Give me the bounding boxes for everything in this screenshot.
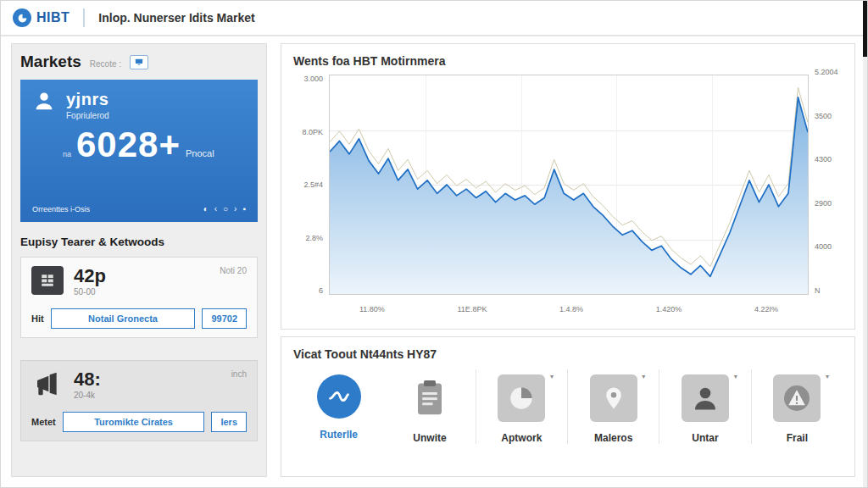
chart-title: Wents foa HBT Motirnmera	[293, 54, 843, 68]
action-label: Ruterlle	[320, 429, 358, 441]
person-icon	[682, 374, 729, 422]
y-tick: 5.2004	[815, 68, 843, 76]
location-pin-icon	[590, 374, 637, 422]
y-tick: 8.0PK	[302, 128, 323, 136]
menu-icon[interactable]: ▪	[242, 204, 246, 214]
action-label: Maleros	[594, 432, 632, 444]
x-tick: 1.420%	[656, 305, 682, 313]
y-tick: 3500	[815, 112, 843, 120]
monitor-icon[interactable]	[130, 55, 148, 69]
chevron-down-icon[interactable]: ▾	[642, 373, 645, 380]
stat-value: 6028+	[76, 127, 181, 163]
card-value: 42p	[74, 266, 106, 286]
stat-value-prefix: na	[63, 150, 71, 158]
equity-card: 42p 50-00 Noti 20 Hit Notail Gronecta 99…	[20, 257, 258, 338]
card-label: Metet	[31, 417, 56, 427]
markets-header-row: Markets Recote :	[20, 53, 258, 71]
chart-panel: Wents foa HBT Motirnmera 3.000 8.0PK 2.5…	[281, 43, 855, 330]
y-tick: 3.000	[303, 75, 323, 83]
chevron-down-icon[interactable]: ▾	[550, 373, 554, 380]
actions-row: Ruterlle Unwite ▾ Aptwork ▾ Maleros ▾	[293, 369, 843, 444]
stat-card-subtitle: Fopriulerod	[66, 111, 109, 120]
stat-value-suffix: Pnocal	[186, 148, 214, 158]
refresh-icon[interactable]: ◐	[203, 204, 209, 214]
carousel-controls: ◐ ‹ ○ › ▪	[203, 204, 246, 214]
markets-subtitle: Recote :	[90, 59, 121, 69]
actions-title: Vicat Toout Nt44nts HY87	[293, 347, 843, 361]
action-label: Aptwork	[501, 432, 542, 444]
card-value: 48:	[74, 369, 101, 389]
action-label: Unwite	[413, 432, 446, 444]
area-chart: 3.000 8.0PK 2.5#4 2.8% 6	[293, 75, 843, 313]
y-tick: 2.5#4	[303, 180, 323, 189]
plot-area	[329, 75, 809, 295]
action-item-untar[interactable]: ▾ Untar	[659, 369, 750, 444]
y-tick: 2900	[815, 199, 843, 208]
scrollbar-track[interactable]	[863, 1, 867, 487]
stat-card-footer-text: Orreenttes i-Osis	[32, 205, 90, 214]
next-icon[interactable]: ›	[234, 204, 236, 214]
action-label: Untar	[692, 432, 718, 444]
header-divider-line	[83, 8, 85, 27]
logo-text: HIBT	[36, 10, 70, 25]
header: HIBT Inlop. Nunerser Idits Market	[1, 1, 867, 36]
calculator-icon	[31, 266, 64, 295]
wave-icon	[317, 374, 361, 419]
card-subvalue: 50-00	[74, 287, 106, 297]
card-subvalue: 20-4k	[74, 391, 101, 400]
chevron-down-icon[interactable]: ▾	[734, 373, 737, 380]
y-tick: 4300	[815, 155, 843, 164]
app-logo[interactable]: HIBT	[13, 8, 70, 27]
x-tick: 11E.8PK	[458, 305, 487, 313]
y-axis-right: 5.2004 3500 4300 2900 4000 N	[810, 68, 843, 295]
markets-sidebar: Markets Recote : yjnrs Fopriulerod na 60…	[11, 43, 267, 477]
action-item-unwite[interactable]: Unwite	[384, 369, 475, 444]
card-secondary-button[interactable]: 99702	[202, 308, 247, 329]
action-item-aptwork[interactable]: ▾ Aptwork	[476, 369, 567, 444]
y-tick: 2.8%	[305, 234, 323, 242]
page-title: Inlop. Nunerser Idits Market	[98, 11, 254, 25]
sidebar-section-title: Eupisy Tearer & Ketwoods	[20, 236, 258, 248]
area-fill	[330, 97, 808, 294]
y-axis-left: 3.000 8.0PK 2.5#4 2.8% 6	[293, 75, 327, 295]
logo-icon	[13, 8, 31, 27]
y-tick: N	[815, 286, 843, 295]
turomikte-cirates-button[interactable]: Turomikte Cirates	[63, 412, 205, 432]
markets-title: Markets	[20, 53, 81, 71]
megaphone-icon	[31, 369, 64, 398]
y-tick: 4000	[815, 242, 843, 251]
stat-card-name: yjnrs	[66, 90, 109, 109]
user-icon	[32, 90, 56, 117]
notail-gronecta-button[interactable]: Notail Gronecta	[51, 308, 196, 329]
x-tick: 1.4.8%	[559, 305, 583, 313]
dot-icon[interactable]: ○	[223, 204, 228, 214]
scrollbar-thumb[interactable]	[863, 1, 867, 57]
markets-stat-card[interactable]: yjnrs Fopriulerod na 6028+ Pnocal Orreen…	[20, 80, 258, 222]
action-item-frail[interactable]: ▾ Frail	[751, 369, 843, 444]
x-axis: 11.80% 11E.8PK 1.4.8% 1.420% 4.22I%	[329, 298, 809, 313]
action-item-maleros[interactable]: ▾ Maleros	[567, 369, 659, 444]
x-tick: 4.22I%	[754, 305, 778, 313]
prev-icon[interactable]: ‹	[214, 204, 217, 214]
chevron-down-icon[interactable]: ▾	[826, 373, 829, 380]
actions-panel: Vicat Toout Nt44nts HY87 Ruterlle Unwite…	[281, 336, 855, 477]
action-item-ruterlle[interactable]: Ruterlle	[293, 369, 384, 441]
metet-card: 48: 20-4k inch Metet Turomikte Cirates I…	[20, 360, 258, 441]
card-note: Noti 20	[220, 266, 247, 275]
pie-chart-icon	[498, 374, 545, 422]
clipboard-icon	[406, 374, 453, 422]
x-tick: 11.80%	[359, 305, 385, 313]
card-secondary-button[interactable]: Iers	[211, 412, 247, 432]
card-label: Hit	[31, 313, 44, 324]
price-series-svg	[330, 75, 808, 294]
y-tick: 6	[319, 286, 323, 295]
alert-icon	[773, 374, 821, 422]
action-label: Frail	[787, 432, 808, 444]
card-note: inch	[231, 369, 247, 379]
